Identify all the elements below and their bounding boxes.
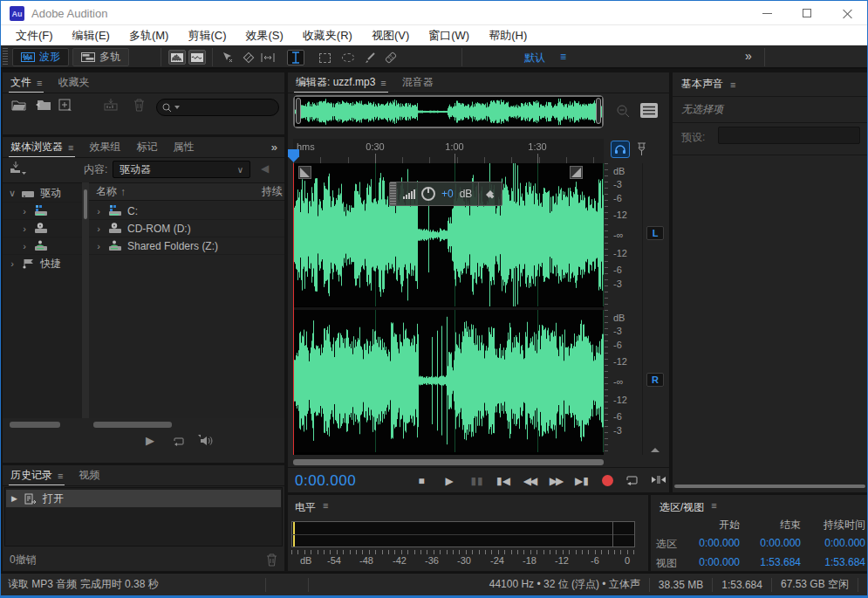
- panel-menu-icon[interactable]: ≡: [68, 142, 73, 153]
- panel-menu-icon[interactable]: ≡: [380, 78, 386, 88]
- list-item-c[interactable]: › C:: [89, 203, 284, 220]
- view-start-value[interactable]: 0:00.000: [684, 556, 740, 571]
- panel-menu-icon[interactable]: ≡: [323, 500, 328, 515]
- razor-tool[interactable]: [240, 50, 257, 65]
- overview-left-handle[interactable]: [296, 98, 301, 124]
- hud-drag-handle[interactable]: [390, 182, 397, 205]
- waveform-display-button[interactable]: [168, 50, 186, 65]
- waveform-overview[interactable]: [293, 95, 604, 128]
- selection-end-value[interactable]: 0:00.000: [740, 537, 801, 552]
- menu-effects[interactable]: 效果(S): [236, 28, 293, 44]
- menu-clip[interactable]: 剪辑(C): [178, 28, 236, 44]
- paintbrush-tool[interactable]: [361, 50, 379, 65]
- waveform-hscrollbar[interactable]: [293, 459, 604, 465]
- marquee-selection-tool[interactable]: [316, 50, 333, 65]
- tree-collapsed-icon[interactable]: ›: [20, 206, 29, 217]
- menu-file[interactable]: 文件(F): [6, 28, 63, 44]
- selection-start-value[interactable]: 0:00.000: [684, 537, 740, 552]
- minimize-button[interactable]: [747, 1, 787, 25]
- list-hscrollbar[interactable]: [93, 422, 172, 428]
- panel-menu-icon[interactable]: ≡: [730, 79, 735, 90]
- hud-pin-icon[interactable]: [485, 189, 495, 199]
- tree-collapsed-icon[interactable]: ›: [20, 223, 29, 234]
- maximize-button[interactable]: [787, 1, 827, 25]
- open-file-button[interactable]: [11, 99, 27, 111]
- workspace-menu-icon[interactable]: ≡: [560, 51, 566, 63]
- list-item-shared[interactable]: › Shared Folders (Z:): [89, 237, 284, 255]
- scroll-up-arrow-icon[interactable]: [651, 448, 660, 452]
- selection-duration-value[interactable]: 0:00.000: [801, 537, 865, 552]
- new-content-button[interactable]: [58, 99, 72, 112]
- loop-preview-button[interactable]: [172, 436, 186, 447]
- fade-out-handle[interactable]: [570, 166, 583, 179]
- channel-divider[interactable]: [293, 307, 604, 310]
- panel-menu-icon[interactable]: ≡: [37, 78, 42, 88]
- tab-files[interactable]: 文件≡: [3, 72, 50, 93]
- tab-media-browser[interactable]: 媒体浏览器≡: [3, 137, 81, 158]
- record-button[interactable]: [602, 475, 613, 486]
- fade-in-handle[interactable]: [298, 166, 311, 179]
- tree-splitter-grip[interactable]: [84, 189, 87, 219]
- menu-window[interactable]: 窗口(W): [419, 28, 479, 44]
- tab-video[interactable]: 视频: [71, 465, 107, 486]
- pin-timeline-icon[interactable]: [636, 141, 647, 157]
- loop-playback-button[interactable]: [625, 474, 639, 486]
- tree-collapsed-icon[interactable]: ›: [94, 206, 103, 217]
- waveform-mode-button[interactable]: 波形: [12, 48, 69, 66]
- skip-to-end-button[interactable]: ▶▮: [572, 473, 591, 488]
- tree-node-shared[interactable]: ›: [3, 237, 82, 255]
- multitrack-mode-button[interactable]: 多轨: [72, 48, 129, 66]
- view-duration-value[interactable]: 1:53.684: [801, 556, 865, 571]
- tree-node-drives[interactable]: ∨ 驱动: [3, 185, 82, 203]
- skip-selection-button[interactable]: [651, 474, 666, 485]
- toolbar-overflow-icon[interactable]: »: [745, 49, 752, 63]
- overview-right-handle[interactable]: [596, 98, 601, 124]
- move-tool[interactable]: [219, 50, 236, 65]
- solo-monitor-button[interactable]: [611, 141, 630, 158]
- menu-favorites[interactable]: 收藏夹(R): [293, 28, 362, 44]
- waveform-display[interactable]: +0 dB: [293, 163, 604, 455]
- toolbar-grip[interactable]: [3, 48, 8, 65]
- gain-value[interactable]: +0: [441, 188, 454, 200]
- history-entry-open[interactable]: ▶ 打开: [6, 490, 281, 507]
- menu-multitrack[interactable]: 多轨(M): [120, 28, 179, 44]
- lasso-selection-tool[interactable]: [339, 50, 357, 65]
- tree-expanded-icon[interactable]: ∨: [8, 188, 17, 199]
- play-button[interactable]: ▶: [440, 473, 459, 488]
- tree-node-c[interactable]: ›: [3, 203, 82, 220]
- content-dropdown[interactable]: 驱动器 ∨: [113, 161, 250, 178]
- fast-forward-button[interactable]: ▶▶: [546, 473, 565, 488]
- panel-overflow-icon[interactable]: »: [264, 141, 284, 154]
- back-arrow-icon[interactable]: ◀: [261, 162, 269, 175]
- tab-history[interactable]: 历史记录≡: [3, 465, 71, 486]
- import-media-button[interactable]: [10, 161, 27, 175]
- tab-properties[interactable]: 属性: [165, 137, 202, 158]
- skip-to-start-button[interactable]: ▮◀: [494, 473, 513, 488]
- level-meter[interactable]: [291, 521, 635, 547]
- name-column-header[interactable]: 名称: [96, 184, 117, 199]
- workspace-selector[interactable]: 默认: [524, 51, 545, 65]
- panel-menu-icon[interactable]: ≡: [58, 471, 63, 481]
- tree-collapsed-icon[interactable]: ›: [20, 241, 29, 251]
- slip-tool[interactable]: [259, 50, 277, 65]
- list-item-cdrom[interactable]: › CD-ROM (D:): [89, 220, 284, 237]
- close-button[interactable]: [827, 1, 867, 25]
- timeline-ruler[interactable]: hms 0:30 1:00 1:30: [293, 139, 604, 163]
- right-channel-badge[interactable]: R: [646, 373, 664, 387]
- stop-button[interactable]: ■: [412, 473, 431, 488]
- delete-file-button[interactable]: [133, 99, 145, 112]
- rewind-button[interactable]: ◀◀: [520, 473, 539, 488]
- import-file-button[interactable]: [36, 99, 51, 111]
- tab-mixer[interactable]: 混音器: [394, 72, 441, 93]
- tab-favorites[interactable]: 收藏夹: [50, 72, 97, 93]
- duration-column-header[interactable]: 持续: [262, 184, 283, 199]
- playback-time[interactable]: 0:00.000: [295, 472, 356, 490]
- file-search-box[interactable]: [156, 99, 279, 116]
- editor-options-icon[interactable]: [640, 103, 658, 118]
- preview-volume-button[interactable]: [198, 435, 214, 447]
- tree-collapsed-icon[interactable]: ›: [94, 241, 103, 251]
- clear-history-button[interactable]: [266, 553, 277, 567]
- panel-menu-icon[interactable]: ≡: [711, 500, 716, 515]
- gain-hud[interactable]: +0 dB: [389, 182, 502, 206]
- view-end-value[interactable]: 1:53.684: [740, 556, 801, 571]
